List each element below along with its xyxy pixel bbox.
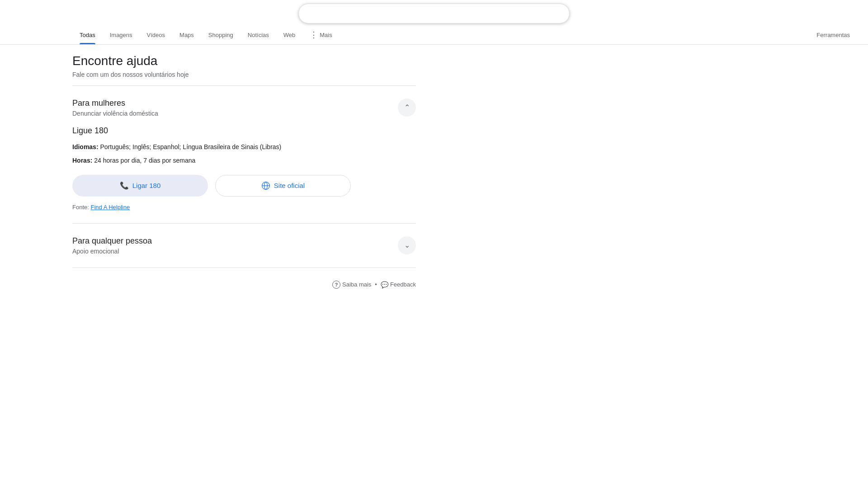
card-subtitle: Fale com um dos nossos voluntários hoje [72,71,416,78]
tab-todas[interactable]: Todas [72,26,103,44]
action-buttons: 📞 Ligar 180 Site oficial [72,175,416,197]
site-button[interactable]: Site oficial [215,175,351,197]
divider-middle [72,223,416,224]
section-qualquer: Para qualquer pessoa Apoio emocional ⌄ [72,229,416,262]
divider-bottom [72,267,416,268]
resource-hours: Horas: 24 horas por dia, 7 dias por sema… [72,155,416,165]
call-button[interactable]: 📞 Ligar 180 [72,175,208,197]
card-title: Encontre ajuda [72,54,416,68]
main-content: Encontre ajuda Fale com um dos nossos vo… [0,45,542,310]
toggle-mulheres-button[interactable]: ⌃ [398,99,416,117]
toggle-qualquer-button[interactable]: ⌄ [398,236,416,254]
section-mulheres-header: Para mulheres Denunciar violência domést… [72,99,416,117]
more-menu[interactable]: ⋮ Mais [302,25,339,44]
section-mulheres-title: Para mulheres [72,99,158,108]
source-attribution: Fonte: Find A Helpline [72,204,416,211]
search-bar[interactable] [298,4,570,23]
section-qualquer-header: Para qualquer pessoa Apoio emocional ⌄ [72,236,416,255]
footer-separator: • [375,281,377,288]
resource-name: Ligue 180 [72,126,416,136]
info-card: Encontre ajuda Fale com um dos nossos vo… [72,54,416,292]
section-qualquer-text: Para qualquer pessoa Apoio emocional [72,236,152,255]
learn-more-link[interactable]: ? Saiba mais [332,281,371,289]
globe-icon [261,181,270,190]
chevron-down-icon: ⌄ [404,242,410,249]
tab-videos[interactable]: Vídeos [140,26,172,44]
resource-ligue180: Ligue 180 Idiomas: Português; Inglês; Es… [72,126,416,211]
chevron-up-icon: ⌃ [404,104,410,111]
footer-actions: ? Saiba mais • 💬 Feedback [72,273,416,292]
feedback-link[interactable]: 💬 Feedback [381,281,416,288]
search-bar-area [0,0,868,23]
divider-top [72,85,416,86]
source-link[interactable]: Find A Helpline [90,204,130,211]
tab-noticias[interactable]: Notícias [241,26,276,44]
section-mulheres-text: Para mulheres Denunciar violência domést… [72,99,158,117]
tab-ferramentas[interactable]: Ferramentas [809,26,857,44]
tab-imagens[interactable]: Imagens [103,26,140,44]
section-mulheres: Para mulheres Denunciar violência domést… [72,91,416,218]
help-icon: ? [332,281,340,289]
navigation-tabs: Todas Imagens Vídeos Maps Shopping Notíc… [0,25,868,45]
section-mulheres-desc: Denunciar violência doméstica [72,110,158,117]
section-qualquer-desc: Apoio emocional [72,248,152,255]
phone-icon: 📞 [120,181,129,190]
tab-maps[interactable]: Maps [172,26,201,44]
tab-shopping[interactable]: Shopping [201,26,241,44]
tab-web[interactable]: Web [276,26,303,44]
more-dots-icon: ⋮ [310,31,318,39]
feedback-icon: 💬 [381,281,388,288]
section-qualquer-title: Para qualquer pessoa [72,236,152,246]
resource-languages: Idiomas: Português; Inglês; Espanhol; Lí… [72,142,416,152]
